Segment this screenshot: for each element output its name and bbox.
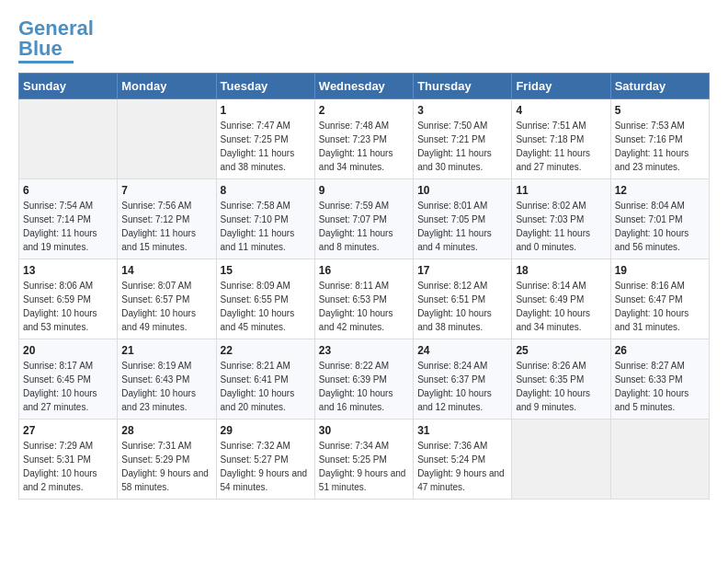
logo-blue: Blue [18,37,63,60]
day-number: 6 [23,184,113,197]
day-info: Sunrise: 8:16 AM Sunset: 6:47 PM Dayligh… [615,279,705,334]
day-cell: 20Sunrise: 8:17 AM Sunset: 6:45 PM Dayli… [19,339,118,419]
day-cell: 19Sunrise: 8:16 AM Sunset: 6:47 PM Dayli… [610,259,709,339]
header-friday: Friday [512,74,610,99]
header-thursday: Thursday [414,74,512,99]
day-info: Sunrise: 8:22 AM Sunset: 6:39 PM Dayligh… [319,359,409,414]
day-cell: 14Sunrise: 8:07 AM Sunset: 6:57 PM Dayli… [118,259,216,339]
page-header: General Blue [18,18,710,63]
week-row-3: 20Sunrise: 8:17 AM Sunset: 6:45 PM Dayli… [19,339,710,419]
day-number: 27 [23,424,113,437]
day-cell [118,99,216,179]
day-info: Sunrise: 8:02 AM Sunset: 7:03 PM Dayligh… [516,199,606,254]
day-number: 9 [319,184,409,197]
day-cell: 23Sunrise: 8:22 AM Sunset: 6:39 PM Dayli… [314,339,413,419]
header-sunday: Sunday [19,74,118,99]
day-info: Sunrise: 8:26 AM Sunset: 6:35 PM Dayligh… [516,359,606,414]
day-cell: 6Sunrise: 7:54 AM Sunset: 7:14 PM Daylig… [19,179,118,259]
header-saturday: Saturday [610,74,709,99]
day-cell [19,99,118,179]
day-info: Sunrise: 8:07 AM Sunset: 6:57 PM Dayligh… [121,279,211,334]
day-info: Sunrise: 8:21 AM Sunset: 6:41 PM Dayligh… [221,359,311,414]
day-number: 24 [417,344,507,357]
day-cell: 10Sunrise: 8:01 AM Sunset: 7:05 PM Dayli… [414,179,512,259]
logo-underline [18,61,74,63]
day-number: 17 [417,264,507,277]
day-info: Sunrise: 8:24 AM Sunset: 6:37 PM Dayligh… [417,359,507,414]
day-cell: 31Sunrise: 7:36 AM Sunset: 5:24 PM Dayli… [414,419,512,500]
day-cell [512,419,610,500]
day-info: Sunrise: 8:11 AM Sunset: 6:53 PM Dayligh… [319,279,409,334]
day-info: Sunrise: 8:27 AM Sunset: 6:33 PM Dayligh… [615,359,705,414]
day-number: 23 [319,344,409,357]
day-number: 31 [417,424,507,437]
day-info: Sunrise: 8:14 AM Sunset: 6:49 PM Dayligh… [516,279,606,334]
day-number: 5 [615,104,705,117]
day-info: Sunrise: 7:31 AM Sunset: 5:29 PM Dayligh… [121,439,211,494]
day-number: 1 [221,104,311,117]
week-row-4: 27Sunrise: 7:29 AM Sunset: 5:31 PM Dayli… [19,419,710,500]
calendar-table: SundayMondayTuesdayWednesdayThursdayFrid… [18,73,710,500]
day-number: 7 [121,184,211,197]
day-cell: 22Sunrise: 8:21 AM Sunset: 6:41 PM Dayli… [216,339,314,419]
day-cell: 18Sunrise: 8:14 AM Sunset: 6:49 PM Dayli… [512,259,610,339]
day-info: Sunrise: 7:58 AM Sunset: 7:10 PM Dayligh… [221,199,311,254]
day-cell: 8Sunrise: 7:58 AM Sunset: 7:10 PM Daylig… [216,179,314,259]
day-number: 19 [615,264,705,277]
day-cell: 7Sunrise: 7:56 AM Sunset: 7:12 PM Daylig… [118,179,216,259]
day-number: 3 [417,104,507,117]
day-number: 22 [221,344,311,357]
day-info: Sunrise: 7:54 AM Sunset: 7:14 PM Dayligh… [23,199,113,254]
day-number: 20 [23,344,113,357]
day-cell: 4Sunrise: 7:51 AM Sunset: 7:18 PM Daylig… [512,99,610,179]
day-number: 26 [615,344,705,357]
header-tuesday: Tuesday [216,74,314,99]
day-info: Sunrise: 7:47 AM Sunset: 7:25 PM Dayligh… [221,119,311,174]
day-cell: 1Sunrise: 7:47 AM Sunset: 7:25 PM Daylig… [216,99,314,179]
day-cell: 25Sunrise: 8:26 AM Sunset: 6:35 PM Dayli… [512,339,610,419]
week-row-1: 6Sunrise: 7:54 AM Sunset: 7:14 PM Daylig… [19,179,710,259]
header-row: SundayMondayTuesdayWednesdayThursdayFrid… [19,74,710,99]
day-cell: 28Sunrise: 7:31 AM Sunset: 5:29 PM Dayli… [118,419,216,500]
day-number: 12 [615,184,705,197]
day-cell: 9Sunrise: 7:59 AM Sunset: 7:07 PM Daylig… [314,179,413,259]
day-info: Sunrise: 7:32 AM Sunset: 5:27 PM Dayligh… [221,439,311,494]
day-cell: 29Sunrise: 7:32 AM Sunset: 5:27 PM Dayli… [216,419,314,500]
day-info: Sunrise: 7:34 AM Sunset: 5:25 PM Dayligh… [319,439,409,494]
day-number: 29 [221,424,311,437]
logo: General Blue [18,18,94,63]
day-number: 13 [23,264,113,277]
day-info: Sunrise: 7:59 AM Sunset: 7:07 PM Dayligh… [319,199,409,254]
day-info: Sunrise: 7:53 AM Sunset: 7:16 PM Dayligh… [615,119,705,174]
week-row-2: 13Sunrise: 8:06 AM Sunset: 6:59 PM Dayli… [19,259,710,339]
day-cell: 16Sunrise: 8:11 AM Sunset: 6:53 PM Dayli… [314,259,413,339]
day-info: Sunrise: 7:48 AM Sunset: 7:23 PM Dayligh… [319,119,409,174]
day-info: Sunrise: 8:19 AM Sunset: 6:43 PM Dayligh… [121,359,211,414]
day-cell: 12Sunrise: 8:04 AM Sunset: 7:01 PM Dayli… [610,179,709,259]
day-info: Sunrise: 7:56 AM Sunset: 7:12 PM Dayligh… [121,199,211,254]
day-info: Sunrise: 7:29 AM Sunset: 5:31 PM Dayligh… [23,439,113,494]
day-number: 28 [121,424,211,437]
header-wednesday: Wednesday [314,74,413,99]
day-info: Sunrise: 8:12 AM Sunset: 6:51 PM Dayligh… [417,279,507,334]
day-info: Sunrise: 8:17 AM Sunset: 6:45 PM Dayligh… [23,359,113,414]
day-cell: 5Sunrise: 7:53 AM Sunset: 7:16 PM Daylig… [610,99,709,179]
day-cell: 13Sunrise: 8:06 AM Sunset: 6:59 PM Dayli… [19,259,118,339]
day-cell [610,419,709,500]
day-number: 4 [516,104,606,117]
day-number: 10 [417,184,507,197]
day-number: 30 [319,424,409,437]
day-cell: 30Sunrise: 7:34 AM Sunset: 5:25 PM Dayli… [314,419,413,500]
day-cell: 24Sunrise: 8:24 AM Sunset: 6:37 PM Dayli… [414,339,512,419]
header-monday: Monday [118,74,216,99]
day-cell: 3Sunrise: 7:50 AM Sunset: 7:21 PM Daylig… [414,99,512,179]
day-number: 15 [221,264,311,277]
day-info: Sunrise: 8:01 AM Sunset: 7:05 PM Dayligh… [417,199,507,254]
day-number: 2 [319,104,409,117]
day-info: Sunrise: 8:04 AM Sunset: 7:01 PM Dayligh… [615,199,705,254]
day-cell: 17Sunrise: 8:12 AM Sunset: 6:51 PM Dayli… [414,259,512,339]
day-info: Sunrise: 7:50 AM Sunset: 7:21 PM Dayligh… [417,119,507,174]
day-number: 11 [516,184,606,197]
day-cell: 21Sunrise: 8:19 AM Sunset: 6:43 PM Dayli… [118,339,216,419]
day-cell: 27Sunrise: 7:29 AM Sunset: 5:31 PM Dayli… [19,419,118,500]
